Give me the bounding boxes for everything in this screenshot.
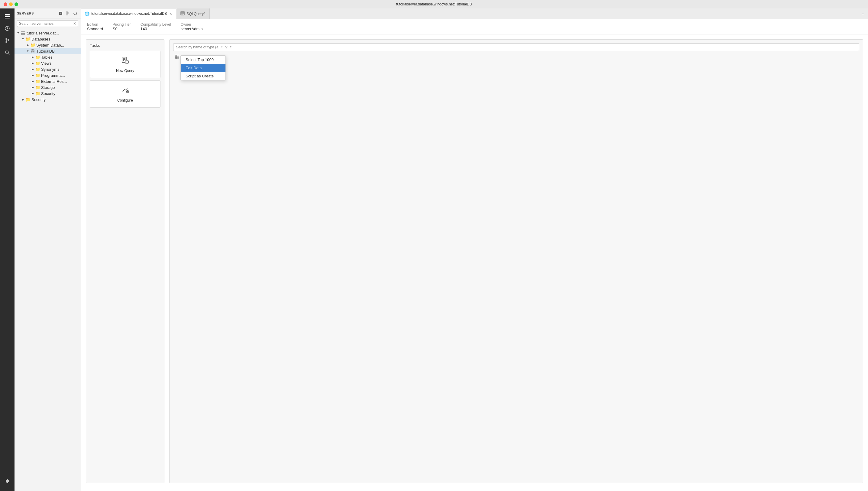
traffic-lights [4, 2, 18, 6]
owner-value: serverAdmin [181, 27, 203, 31]
close-button[interactable] [4, 2, 7, 6]
minimize-button[interactable] [9, 2, 13, 6]
system-db-expand-arrow: ▶ [25, 42, 30, 48]
search-clear-icon[interactable]: ✕ [73, 22, 76, 26]
tree-tutorial-db[interactable]: ▼ TutorialDB [14, 48, 81, 54]
ext-expand-arrow: ▶ [30, 79, 35, 84]
edition-value: Standard [87, 27, 103, 31]
table-panel: dbo.Cu Select Top 1000 Edit Data Script … [169, 39, 863, 483]
new-query-card[interactable]: New Query [90, 51, 160, 78]
new-query-header-icon[interactable] [58, 10, 64, 16]
search-input[interactable] [19, 22, 73, 26]
tasks-panel-title: Tasks [90, 43, 160, 48]
databases-expand-arrow: ▼ [21, 36, 25, 41]
views-folder-icon: 📁 [35, 61, 40, 66]
sidebar-header-icons [58, 10, 78, 16]
databases-label: Databases [31, 37, 50, 41]
db-compatibility: Compatibility Level 140 [141, 22, 171, 31]
tab-bar: 🌐 tutorialserver.database.windows.net:Tu… [81, 8, 868, 19]
views-label: Views [41, 61, 51, 66]
new-query-label: New Query [116, 69, 134, 73]
settings-icon[interactable] [2, 476, 13, 487]
configure-label: Configure [117, 98, 133, 103]
title-bar: tutorialserver.database.windows.net:Tuto… [0, 0, 868, 8]
storage-folder-icon: 📁 [35, 85, 40, 90]
prog-folder-icon: 📁 [35, 73, 40, 78]
ext-folder-icon: 📁 [35, 79, 40, 84]
table-search-input[interactable] [173, 43, 859, 51]
tables-expand-arrow: ▶ [30, 55, 35, 60]
compat-value: 140 [141, 27, 147, 31]
databases-folder-icon: 📁 [25, 36, 30, 41]
tree-storage[interactable]: ▶ 📁 Storage [14, 84, 81, 90]
maximize-button[interactable] [14, 2, 18, 6]
context-edit-data[interactable]: Edit Data [181, 64, 226, 72]
security-db-expand-arrow: ▶ [30, 91, 35, 96]
storage-label: Storage [41, 85, 55, 90]
svg-rect-2 [5, 18, 10, 19]
activity-bar-bottom [2, 476, 13, 491]
pricing-label: Pricing Tier [113, 22, 131, 27]
tab-query-label: SQLQuery1 [186, 12, 206, 16]
tab-db-close[interactable]: ✕ [169, 11, 173, 16]
sidebar-title: SERVERS [17, 11, 34, 15]
tree-external-res[interactable]: ▶ 📁 External Res... [14, 78, 81, 84]
tutorial-db-label: TutorialDB [36, 49, 55, 54]
app-container: SERVERS [0, 8, 868, 491]
storage-expand-arrow: ▶ [30, 85, 35, 90]
security-db-folder-icon: 📁 [35, 91, 40, 96]
new-query-task-icon [121, 56, 129, 66]
tab-db-label: tutorialserver.database.windows.net:Tuto… [91, 11, 167, 16]
refresh-icon[interactable] [72, 10, 78, 16]
server-icon[interactable] [2, 11, 13, 22]
search-box: ✕ [17, 20, 78, 27]
prog-label: Programma... [41, 73, 65, 78]
tree-databases[interactable]: ▼ 📁 Databases [14, 36, 81, 42]
context-select-top[interactable]: Select Top 1000 [181, 56, 226, 64]
tutorial-db-expand-arrow: ▼ [25, 49, 30, 54]
tree-security-server[interactable]: ▶ 📁 Security [14, 96, 81, 103]
security-server-expand-arrow: ▶ [21, 97, 25, 102]
configure-card[interactable]: Configure [90, 80, 160, 108]
search-activity-icon[interactable] [2, 47, 13, 58]
tree-system-databases[interactable]: ▶ 📁 System Datab... [14, 42, 81, 48]
table-list-item[interactable]: dbo.Cu [173, 54, 859, 61]
system-db-folder-icon: 📁 [30, 42, 35, 48]
table-row-icon [175, 55, 179, 60]
tree-synonyms[interactable]: ▶ 📁 Synonyms [14, 66, 81, 72]
tree-programmability[interactable]: ▶ 📁 Programma... [14, 72, 81, 78]
tree-tables[interactable]: ▶ 📁 Tables [14, 54, 81, 60]
content-area: 🌐 tutorialserver.database.windows.net:Tu… [81, 8, 868, 491]
tree-server[interactable]: ▼ tutorialserver.dat... [14, 30, 81, 36]
tables-label: Tables [41, 55, 53, 60]
svg-rect-11 [66, 11, 68, 15]
security-server-folder-icon: 📁 [25, 97, 30, 102]
svg-rect-30 [175, 55, 179, 59]
db-pricing-tier: Pricing Tier S0 [113, 22, 131, 31]
tutorial-db-icon [30, 49, 35, 54]
server-tree-icon [21, 31, 25, 35]
svg-rect-12 [21, 31, 25, 32]
sidebar-header: SERVERS [14, 8, 81, 19]
synonyms-label: Synonyms [41, 67, 60, 71]
ext-label: External Res... [41, 79, 67, 84]
disconnect-icon[interactable] [65, 10, 71, 16]
svg-point-8 [5, 51, 8, 54]
svg-rect-14 [21, 34, 25, 35]
views-expand-arrow: ▶ [30, 61, 35, 66]
svg-point-5 [6, 41, 7, 42]
server-label: tutorialserver.dat... [27, 31, 59, 35]
tree-views[interactable]: ▶ 📁 Views [14, 60, 81, 66]
tree-security-db[interactable]: ▶ 📁 Security [14, 90, 81, 96]
history-icon[interactable] [2, 23, 13, 34]
tab-query[interactable]: SQLQuery1 [177, 8, 209, 19]
tab-more-button[interactable]: ··· [857, 11, 868, 17]
source-control-icon[interactable] [2, 35, 13, 46]
activity-bar [0, 8, 14, 491]
context-script-create[interactable]: Script as Create [181, 72, 226, 80]
query-icon [180, 11, 185, 16]
svg-rect-1 [5, 16, 10, 17]
tab-db[interactable]: 🌐 tutorialserver.database.windows.net:Tu… [81, 9, 177, 19]
db-edition: Edition Standard [87, 22, 103, 31]
owner-label: Owner [181, 22, 203, 27]
